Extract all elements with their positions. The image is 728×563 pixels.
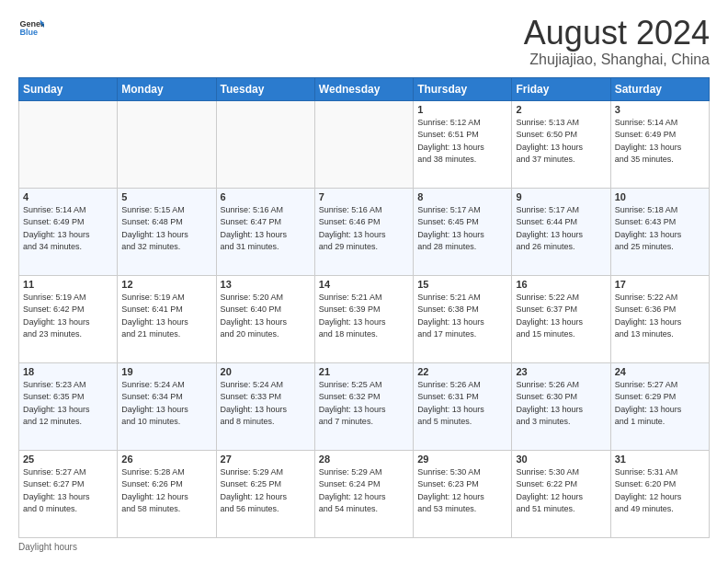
calendar-header-row: SundayMondayTuesdayWednesdayThursdayFrid… bbox=[19, 77, 710, 100]
calendar-day-cell: 27Sunrise: 5:29 AM Sunset: 6:25 PM Dayli… bbox=[216, 450, 314, 537]
calendar-day-cell: 29Sunrise: 5:30 AM Sunset: 6:23 PM Dayli… bbox=[414, 450, 512, 537]
day-number: 20 bbox=[221, 366, 311, 377]
calendar-week-row: 18Sunrise: 5:23 AM Sunset: 6:35 PM Dayli… bbox=[19, 362, 710, 450]
calendar-day-cell: 23Sunrise: 5:26 AM Sunset: 6:30 PM Dayli… bbox=[512, 362, 610, 450]
subtitle: Zhujiajiao, Shanghai, China bbox=[524, 52, 710, 68]
day-number: 15 bbox=[417, 279, 507, 290]
logo: General Blue bbox=[18, 15, 44, 40]
calendar-day-cell: 14Sunrise: 5:21 AM Sunset: 6:39 PM Dayli… bbox=[314, 275, 413, 362]
day-info: Sunrise: 5:19 AM Sunset: 6:42 PM Dayligh… bbox=[23, 292, 113, 341]
day-number: 16 bbox=[516, 279, 606, 290]
day-info: Sunrise: 5:19 AM Sunset: 6:41 PM Dayligh… bbox=[121, 292, 211, 341]
calendar-day-cell: 21Sunrise: 5:25 AM Sunset: 6:32 PM Dayli… bbox=[314, 362, 413, 450]
calendar-day-cell: 1Sunrise: 5:12 AM Sunset: 6:51 PM Daylig… bbox=[414, 100, 512, 188]
day-info: Sunrise: 5:28 AM Sunset: 6:26 PM Dayligh… bbox=[121, 466, 211, 516]
calendar-day-cell: 18Sunrise: 5:23 AM Sunset: 6:35 PM Dayli… bbox=[19, 362, 118, 450]
calendar-day-cell: 13Sunrise: 5:20 AM Sunset: 6:40 PM Dayli… bbox=[216, 275, 314, 362]
calendar-day-cell bbox=[314, 100, 413, 188]
calendar-dow-wednesday: Wednesday bbox=[314, 77, 413, 100]
day-info: Sunrise: 5:16 AM Sunset: 6:47 PM Dayligh… bbox=[221, 204, 311, 254]
day-info: Sunrise: 5:18 AM Sunset: 6:43 PM Dayligh… bbox=[615, 204, 705, 254]
calendar-day-cell bbox=[19, 100, 118, 188]
day-info: Sunrise: 5:12 AM Sunset: 6:51 PM Dayligh… bbox=[417, 117, 507, 167]
day-number: 3 bbox=[615, 104, 705, 115]
day-number: 5 bbox=[121, 191, 211, 202]
calendar-day-cell: 24Sunrise: 5:27 AM Sunset: 6:29 PM Dayli… bbox=[610, 362, 709, 450]
day-info: Sunrise: 5:14 AM Sunset: 6:49 PM Dayligh… bbox=[23, 204, 113, 254]
day-number: 25 bbox=[23, 454, 113, 465]
day-number: 10 bbox=[615, 191, 705, 202]
day-number: 11 bbox=[23, 279, 113, 290]
calendar-day-cell: 19Sunrise: 5:24 AM Sunset: 6:34 PM Dayli… bbox=[118, 362, 216, 450]
day-number: 26 bbox=[121, 454, 211, 465]
calendar-day-cell: 15Sunrise: 5:21 AM Sunset: 6:38 PM Dayli… bbox=[414, 275, 512, 362]
day-info: Sunrise: 5:20 AM Sunset: 6:40 PM Dayligh… bbox=[221, 292, 311, 341]
day-number: 6 bbox=[221, 191, 311, 202]
day-info: Sunrise: 5:24 AM Sunset: 6:34 PM Dayligh… bbox=[121, 379, 211, 429]
calendar-day-cell bbox=[216, 100, 314, 188]
day-info: Sunrise: 5:22 AM Sunset: 6:37 PM Dayligh… bbox=[516, 292, 606, 341]
day-info: Sunrise: 5:21 AM Sunset: 6:39 PM Dayligh… bbox=[319, 292, 409, 341]
calendar-day-cell: 12Sunrise: 5:19 AM Sunset: 6:41 PM Dayli… bbox=[118, 275, 216, 362]
calendar-table: SundayMondayTuesdayWednesdayThursdayFrid… bbox=[18, 77, 710, 538]
calendar-day-cell: 25Sunrise: 5:27 AM Sunset: 6:27 PM Dayli… bbox=[19, 450, 118, 537]
calendar-day-cell: 20Sunrise: 5:24 AM Sunset: 6:33 PM Dayli… bbox=[216, 362, 314, 450]
calendar-day-cell: 3Sunrise: 5:14 AM Sunset: 6:49 PM Daylig… bbox=[610, 100, 709, 188]
calendar-day-cell: 26Sunrise: 5:28 AM Sunset: 6:26 PM Dayli… bbox=[118, 450, 216, 537]
day-info: Sunrise: 5:22 AM Sunset: 6:36 PM Dayligh… bbox=[615, 292, 705, 341]
calendar-week-row: 25Sunrise: 5:27 AM Sunset: 6:27 PM Dayli… bbox=[19, 450, 710, 537]
footer-note: Daylight hours bbox=[18, 542, 710, 552]
day-number: 31 bbox=[615, 454, 705, 465]
calendar-dow-friday: Friday bbox=[512, 77, 610, 100]
day-info: Sunrise: 5:29 AM Sunset: 6:25 PM Dayligh… bbox=[221, 466, 311, 516]
logo-icon: General Blue bbox=[18, 15, 44, 40]
day-info: Sunrise: 5:13 AM Sunset: 6:50 PM Dayligh… bbox=[516, 117, 606, 167]
calendar-day-cell: 6Sunrise: 5:16 AM Sunset: 6:47 PM Daylig… bbox=[216, 188, 314, 275]
calendar-dow-saturday: Saturday bbox=[610, 77, 709, 100]
calendar-day-cell: 28Sunrise: 5:29 AM Sunset: 6:24 PM Dayli… bbox=[314, 450, 413, 537]
calendar-dow-monday: Monday bbox=[118, 77, 216, 100]
day-info: Sunrise: 5:30 AM Sunset: 6:22 PM Dayligh… bbox=[516, 466, 606, 516]
day-info: Sunrise: 5:17 AM Sunset: 6:44 PM Dayligh… bbox=[516, 204, 606, 254]
calendar-day-cell: 22Sunrise: 5:26 AM Sunset: 6:31 PM Dayli… bbox=[414, 362, 512, 450]
day-number: 17 bbox=[615, 279, 705, 290]
svg-text:Blue: Blue bbox=[19, 28, 38, 37]
calendar-week-row: 11Sunrise: 5:19 AM Sunset: 6:42 PM Dayli… bbox=[19, 275, 710, 362]
main-title: August 2024 bbox=[524, 15, 710, 52]
day-info: Sunrise: 5:30 AM Sunset: 6:23 PM Dayligh… bbox=[417, 466, 507, 516]
calendar-day-cell: 10Sunrise: 5:18 AM Sunset: 6:43 PM Dayli… bbox=[610, 188, 709, 275]
day-info: Sunrise: 5:15 AM Sunset: 6:48 PM Dayligh… bbox=[121, 204, 211, 254]
day-info: Sunrise: 5:21 AM Sunset: 6:38 PM Dayligh… bbox=[417, 292, 507, 341]
header: General Blue August 2024 Zhujiajiao, Sha… bbox=[18, 15, 710, 68]
day-number: 22 bbox=[417, 366, 507, 377]
calendar-dow-tuesday: Tuesday bbox=[216, 77, 314, 100]
day-number: 29 bbox=[417, 454, 507, 465]
day-number: 9 bbox=[516, 191, 606, 202]
calendar-day-cell: 4Sunrise: 5:14 AM Sunset: 6:49 PM Daylig… bbox=[19, 188, 118, 275]
calendar-day-cell: 9Sunrise: 5:17 AM Sunset: 6:44 PM Daylig… bbox=[512, 188, 610, 275]
day-number: 30 bbox=[516, 454, 606, 465]
calendar-day-cell: 8Sunrise: 5:17 AM Sunset: 6:45 PM Daylig… bbox=[414, 188, 512, 275]
day-number: 21 bbox=[319, 366, 409, 377]
calendar-day-cell: 2Sunrise: 5:13 AM Sunset: 6:50 PM Daylig… bbox=[512, 100, 610, 188]
day-number: 1 bbox=[417, 104, 507, 115]
calendar-day-cell bbox=[118, 100, 216, 188]
calendar-day-cell: 5Sunrise: 5:15 AM Sunset: 6:48 PM Daylig… bbox=[118, 188, 216, 275]
day-number: 19 bbox=[121, 366, 211, 377]
day-info: Sunrise: 5:26 AM Sunset: 6:31 PM Dayligh… bbox=[417, 379, 507, 429]
day-info: Sunrise: 5:27 AM Sunset: 6:27 PM Dayligh… bbox=[23, 466, 113, 516]
day-number: 24 bbox=[615, 366, 705, 377]
day-info: Sunrise: 5:14 AM Sunset: 6:49 PM Dayligh… bbox=[615, 117, 705, 167]
day-number: 2 bbox=[516, 104, 606, 115]
calendar-day-cell: 7Sunrise: 5:16 AM Sunset: 6:46 PM Daylig… bbox=[314, 188, 413, 275]
calendar-week-row: 4Sunrise: 5:14 AM Sunset: 6:49 PM Daylig… bbox=[19, 188, 710, 275]
day-info: Sunrise: 5:23 AM Sunset: 6:35 PM Dayligh… bbox=[23, 379, 113, 429]
day-info: Sunrise: 5:17 AM Sunset: 6:45 PM Dayligh… bbox=[417, 204, 507, 254]
calendar-dow-sunday: Sunday bbox=[19, 77, 118, 100]
day-info: Sunrise: 5:24 AM Sunset: 6:33 PM Dayligh… bbox=[221, 379, 311, 429]
day-number: 4 bbox=[23, 191, 113, 202]
day-number: 23 bbox=[516, 366, 606, 377]
day-info: Sunrise: 5:25 AM Sunset: 6:32 PM Dayligh… bbox=[319, 379, 409, 429]
calendar-day-cell: 30Sunrise: 5:30 AM Sunset: 6:22 PM Dayli… bbox=[512, 450, 610, 537]
day-number: 28 bbox=[319, 454, 409, 465]
